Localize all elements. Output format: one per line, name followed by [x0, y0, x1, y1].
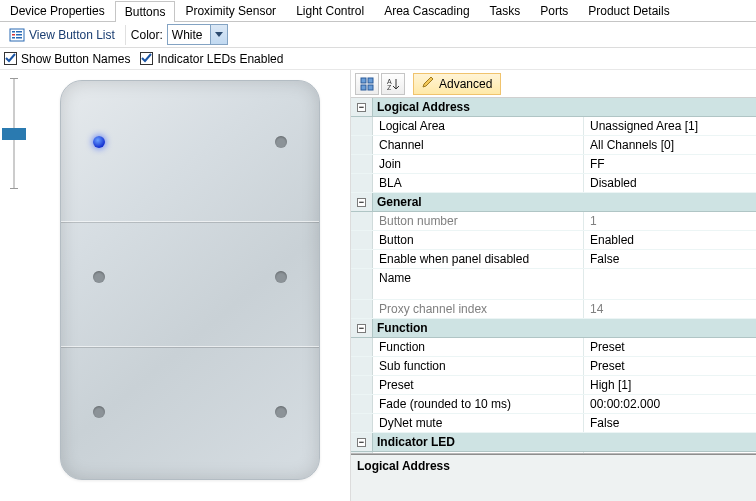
- tab-proximity-sensor[interactable]: Proximity Sensor: [175, 0, 286, 21]
- led-button-2[interactable]: [275, 136, 287, 148]
- list-icon: [9, 27, 25, 43]
- alphabetical-button[interactable]: AZ: [381, 73, 405, 95]
- tab-bar: Device Properties Buttons Proximity Sens…: [0, 0, 756, 22]
- property-category[interactable]: −Logical Address: [351, 98, 756, 117]
- property-row[interactable]: Button number1: [351, 212, 756, 231]
- tab-light-control[interactable]: Light Control: [286, 0, 374, 21]
- property-row[interactable]: Sub functionPreset: [351, 357, 756, 376]
- main-area: AZ Advanced −Logical AddressLogical Area…: [0, 70, 756, 501]
- svg-rect-10: [368, 85, 373, 90]
- property-row[interactable]: DyNet muteFalse: [351, 414, 756, 433]
- property-value[interactable]: False: [583, 414, 756, 432]
- tab-ports[interactable]: Ports: [530, 0, 578, 21]
- property-value[interactable]: Disabled: [583, 174, 756, 192]
- device-preview-pane: [0, 70, 350, 501]
- property-name: Button number: [373, 212, 583, 230]
- property-row[interactable]: Fade (rounded to 10 ms)00:00:02.000: [351, 395, 756, 414]
- gutter: [351, 357, 373, 375]
- property-value[interactable]: 1: [583, 212, 756, 230]
- property-value[interactable]: Unassigned Area [1]: [583, 117, 756, 135]
- property-row[interactable]: BLADisabled: [351, 174, 756, 193]
- dropdown-arrow-icon: [210, 25, 227, 44]
- tab-device-properties[interactable]: Device Properties: [0, 0, 115, 21]
- property-value[interactable]: High [1]: [583, 376, 756, 394]
- property-value[interactable]: FF: [583, 155, 756, 173]
- tab-tasks[interactable]: Tasks: [480, 0, 531, 21]
- property-row[interactable]: Proxy channel index14: [351, 300, 756, 319]
- property-name: Channel: [373, 136, 583, 154]
- led-button-3[interactable]: [93, 271, 105, 283]
- collapse-toggle[interactable]: −: [351, 98, 373, 116]
- collapse-toggle[interactable]: −: [351, 193, 373, 211]
- property-row[interactable]: JoinFF: [351, 155, 756, 174]
- property-value[interactable]: False: [583, 250, 756, 268]
- property-row[interactable]: Enable when panel disabledFalse: [351, 250, 756, 269]
- tab-product-details[interactable]: Product Details: [578, 0, 679, 21]
- tab-buttons[interactable]: Buttons: [115, 1, 176, 22]
- color-label: Color:: [131, 28, 163, 42]
- svg-rect-9: [361, 85, 366, 90]
- property-grid[interactable]: −Logical AddressLogical AreaUnassigned A…: [351, 98, 756, 454]
- options-row: Show Button Names Indicator LEDs Enabled: [0, 48, 756, 70]
- slider-tick: [10, 188, 18, 189]
- svg-rect-4: [16, 31, 22, 33]
- property-row[interactable]: ChannelAll Channels [0]: [351, 136, 756, 155]
- property-name: Preset: [373, 376, 583, 394]
- view-button-list-label: View Button List: [29, 28, 115, 42]
- svg-rect-8: [368, 78, 373, 83]
- led-button-1[interactable]: [93, 136, 105, 148]
- description-title: Logical Address: [357, 459, 750, 473]
- gutter: [351, 300, 373, 318]
- checkbox-icon: [4, 52, 17, 65]
- svg-text:Z: Z: [387, 84, 392, 91]
- gutter: [351, 338, 373, 356]
- gutter: [351, 414, 373, 432]
- property-name: Fade (rounded to 10 ms): [373, 395, 583, 413]
- svg-rect-5: [16, 34, 22, 36]
- advanced-button[interactable]: Advanced: [413, 73, 501, 95]
- property-category[interactable]: −Function: [351, 319, 756, 338]
- show-button-names-label: Show Button Names: [21, 52, 130, 66]
- indicator-leds-enabled-checkbox[interactable]: Indicator LEDs Enabled: [140, 52, 283, 66]
- gutter: [351, 155, 373, 173]
- view-button-list-button[interactable]: View Button List: [4, 24, 120, 46]
- categorized-button[interactable]: [355, 73, 379, 95]
- led-button-5[interactable]: [93, 406, 105, 418]
- color-select[interactable]: White: [167, 24, 228, 45]
- property-row[interactable]: Name: [351, 269, 756, 300]
- property-row[interactable]: ButtonEnabled: [351, 231, 756, 250]
- indicator-leds-enabled-label: Indicator LEDs Enabled: [157, 52, 283, 66]
- gutter: [351, 231, 373, 249]
- property-value[interactable]: Preset: [583, 338, 756, 356]
- property-value[interactable]: Preset: [583, 357, 756, 375]
- property-value[interactable]: All Channels [0]: [583, 136, 756, 154]
- property-value[interactable]: 00:00:02.000: [583, 395, 756, 413]
- collapse-toggle[interactable]: −: [351, 433, 373, 451]
- property-name: Join: [373, 155, 583, 173]
- property-value[interactable]: Enabled: [583, 231, 756, 249]
- property-toolbar: AZ Advanced: [351, 70, 756, 98]
- gutter: [351, 250, 373, 268]
- property-value[interactable]: [583, 269, 756, 299]
- description-pane: Logical Address: [351, 454, 756, 501]
- led-button-6[interactable]: [275, 406, 287, 418]
- collapse-toggle[interactable]: −: [351, 319, 373, 337]
- led-button-4[interactable]: [275, 271, 287, 283]
- property-row[interactable]: FunctionPreset: [351, 338, 756, 357]
- gutter: [351, 395, 373, 413]
- property-name: BLA: [373, 174, 583, 192]
- property-value[interactable]: 14: [583, 300, 756, 318]
- vertical-slider[interactable]: [6, 78, 22, 188]
- gutter: [351, 174, 373, 192]
- property-category[interactable]: −General: [351, 193, 756, 212]
- tab-area-cascading[interactable]: Area Cascading: [374, 0, 479, 21]
- slider-thumb[interactable]: [2, 128, 26, 140]
- property-category[interactable]: −Indicator LED: [351, 433, 756, 452]
- svg-rect-2: [12, 34, 15, 36]
- property-row[interactable]: PresetHigh [1]: [351, 376, 756, 395]
- show-button-names-checkbox[interactable]: Show Button Names: [4, 52, 130, 66]
- gutter: [351, 212, 373, 230]
- panel-device[interactable]: [60, 80, 320, 480]
- toolbar: View Button List Color: White: [0, 22, 756, 48]
- property-row[interactable]: Logical AreaUnassigned Area [1]: [351, 117, 756, 136]
